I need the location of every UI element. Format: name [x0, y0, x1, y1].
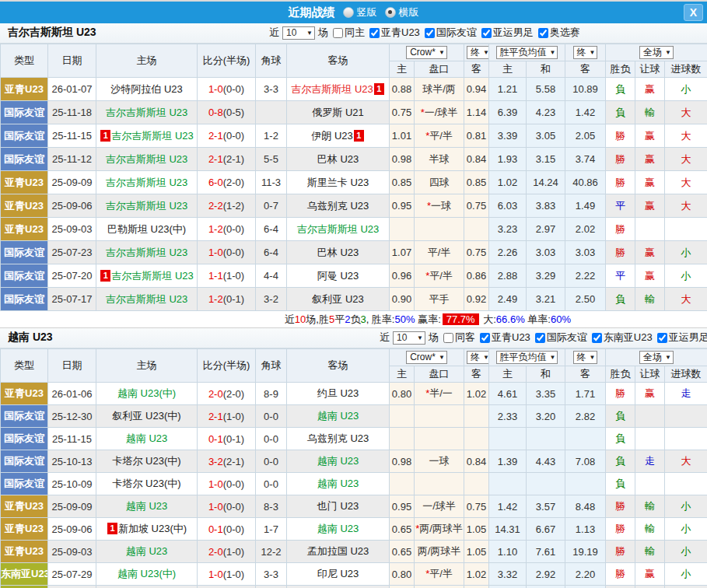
odds-final-cell: 终▼: [464, 44, 489, 61]
avg-odds-select[interactable]: 胜平负均值▼: [496, 351, 558, 364]
home-team-name: 越南 U23: [126, 545, 167, 557]
competition-checkbox[interactable]: [535, 333, 545, 343]
handicap-line: [415, 405, 464, 428]
avg-odds-value: 胜平负均值: [500, 352, 547, 363]
handicap-line: 半球: [415, 148, 464, 171]
sub-header-handicap: 盘口: [415, 366, 464, 383]
result-handicap: 赢: [635, 148, 665, 171]
result-handicap: 赢: [635, 194, 665, 218]
same-venue-checkbox[interactable]: [443, 333, 453, 343]
avg-final-value: 终: [577, 352, 586, 363]
match-row: 亚青U2325-09-03越南 U232-0(1-0)12-2孟加拉国 U230…: [1, 541, 707, 563]
match-date: 26-01-07: [48, 78, 96, 101]
sub-header-home-odds: 主: [390, 366, 415, 383]
score-cell: 1-2(0-1): [198, 288, 256, 311]
odds-source-select[interactable]: Crow*▼: [406, 46, 447, 59]
vertical-layout-label[interactable]: 竖版: [357, 5, 377, 19]
red-card-badge: 1: [374, 83, 384, 95]
home-team-cell: 越南 U23(中): [96, 383, 198, 405]
home-handicap-odds: [390, 473, 415, 495]
fulltime-score: 0-8: [208, 107, 223, 118]
competition-label: 亚运男足: [493, 26, 534, 40]
corner-score: 1-2: [256, 124, 287, 148]
dropdown-arrow-icon: ▼: [439, 47, 445, 58]
col-header-home: 主场: [96, 44, 198, 78]
sub-header-result-wdl: 胜负: [606, 61, 635, 78]
home-team-cell: 吉尔吉斯斯坦 U23: [96, 148, 198, 171]
halftime-score: (1-0): [223, 569, 244, 580]
handicap-text: 一/球半: [422, 500, 456, 512]
away-handicap-odds: 0.92: [464, 288, 489, 311]
away-team-name: 叙利亚 U23: [312, 293, 363, 305]
near-label: 近: [380, 331, 390, 345]
avg-away-odds: 6.20: [565, 586, 606, 588]
col-header-type: 类型: [1, 44, 48, 78]
competition-checkbox[interactable]: [480, 333, 490, 343]
home-handicap-odds: [390, 218, 415, 241]
handicap-text: 平/半: [429, 568, 453, 579]
halftime-score: (2-1): [223, 456, 244, 467]
home-team-name: 卡塔尔 U23(中): [112, 455, 180, 467]
home-team-cell: 吉尔吉斯斯坦 U23: [96, 101, 198, 124]
away-team-cell: 巴林 U23: [287, 241, 390, 264]
matches-table: 类型 日期 主场 比分(半场) 角球 客场 Crow*▼ 终▼ 胜平负均值▼ 终…: [0, 44, 707, 311]
vertical-layout-radio[interactable]: [343, 7, 354, 18]
avg-home-odds: 3.23: [489, 218, 527, 241]
avg-final-select[interactable]: 终▼: [573, 351, 598, 364]
summary-part: 60%: [551, 313, 571, 325]
avg-away-odds: 2.50: [565, 288, 606, 311]
horizontal-layout-label[interactable]: 横版: [399, 5, 419, 19]
full-match-select[interactable]: 全场▼: [639, 351, 674, 364]
match-row: 亚青U2325-09-061新加坡 U23(中)0-1(0-0)1-7越南 U2…: [1, 518, 707, 541]
avg-final-value: 终: [577, 47, 586, 58]
summary-part: 2: [345, 313, 350, 325]
competition-checkbox[interactable]: [425, 28, 435, 38]
avg-draw-odds: 3.57: [527, 495, 565, 518]
odds-source-select[interactable]: Crow*▼: [406, 351, 447, 364]
match-type-badge: 亚青U23: [1, 495, 48, 518]
corner-score: 11-3: [256, 171, 287, 194]
avg-away-odds: 2.02: [565, 218, 606, 241]
recent-count-select[interactable]: 10▼: [282, 26, 315, 40]
handicap-line: 球半/两: [415, 78, 464, 101]
fulltime-score: 1-0: [208, 83, 223, 95]
odds-final-select[interactable]: 终▼: [467, 46, 489, 59]
competition-checkbox[interactable]: [538, 28, 548, 38]
avg-final-select[interactable]: 终▼: [573, 46, 598, 59]
col-header-corner: 角球: [256, 349, 287, 383]
competition-checkbox[interactable]: [592, 333, 602, 343]
result-goals: 大: [665, 148, 707, 171]
avg-away-odds: 40.86: [565, 171, 606, 194]
same-venue-label: 同主: [345, 26, 365, 40]
away-handicap-odds: 0.75: [464, 241, 489, 264]
competition-checkbox[interactable]: [481, 28, 492, 38]
recent-count-value: 10: [286, 27, 296, 39]
games-label: 场: [318, 26, 328, 40]
match-date: 25-09-06: [48, 194, 96, 218]
score-cell: 0-8(0-5): [198, 101, 256, 124]
recent-count-select[interactable]: 10▼: [393, 331, 425, 345]
avg-away-odds: 3.74: [565, 148, 606, 171]
horizontal-layout-radio[interactable]: [385, 7, 396, 18]
corner-score: 0-0: [256, 473, 287, 495]
match-date: 25-09-09: [48, 495, 96, 518]
handicap-line: *两/两球半: [415, 518, 464, 541]
competition-checkbox[interactable]: [369, 28, 380, 38]
competition-checkbox[interactable]: [657, 333, 667, 343]
result-handicap: 赢: [635, 78, 665, 101]
result-wdl: 勝: [606, 541, 635, 563]
same-venue-checkbox[interactable]: [333, 28, 343, 38]
result-wdl: 勝: [606, 518, 635, 541]
result-wdl: 負: [606, 78, 635, 101]
corner-score: 8-3: [256, 495, 287, 518]
close-button[interactable]: X: [684, 4, 703, 21]
away-handicap-odds: [464, 428, 489, 450]
col-header-date: 日期: [48, 349, 96, 383]
home-team-cell: 卡塔尔 U23(中): [96, 450, 198, 473]
avg-odds-select[interactable]: 胜平负均值▼: [496, 46, 558, 59]
match-date: 25-10-09: [48, 473, 96, 495]
dropdown-arrow-icon: ▼: [306, 27, 313, 39]
full-match-select[interactable]: 全场▼: [639, 46, 674, 59]
odds-final-select[interactable]: 终▼: [467, 351, 489, 364]
match-date: 25-11-15: [48, 124, 96, 148]
